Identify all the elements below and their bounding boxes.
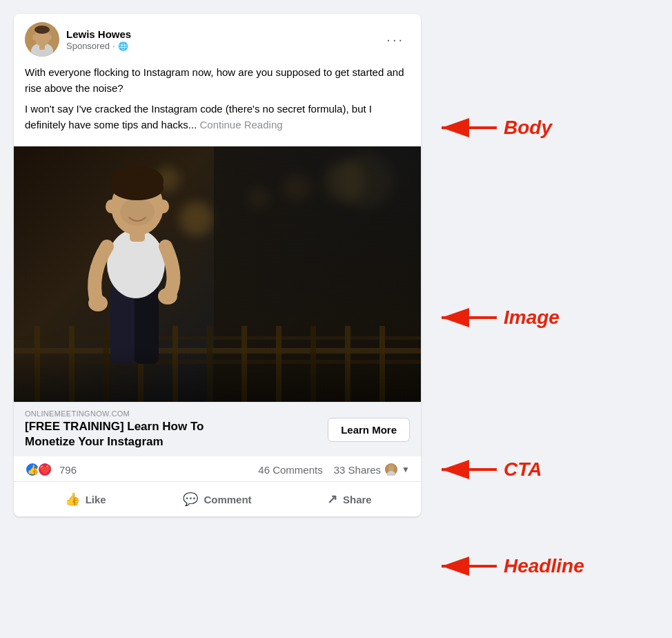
post-text-paragraph1: With everyone flocking to Instagram now,… xyxy=(25,65,410,96)
headline-annotation: Headline xyxy=(435,539,584,594)
outer-wrapper: Lewis Howes Sponsored · 🌐 ··· With every… xyxy=(14,14,669,635)
cta-block: ONLINEMEETINGNOW.COM [FREE TRAINING] Lea… xyxy=(14,402,421,456)
globe-icon: 🌐 xyxy=(118,41,128,51)
like-icon: 👍 xyxy=(65,492,80,507)
reactions-right: 46 Comments 33 Shares ▼ xyxy=(258,462,410,477)
reactions-left: 👍 ❤️ 796 xyxy=(25,462,77,477)
svg-point-17 xyxy=(158,200,169,213)
svg-point-6 xyxy=(48,35,52,40)
svg-point-10 xyxy=(88,295,108,311)
svg-point-16 xyxy=(106,200,117,213)
reactions-row: 👍 ❤️ 796 46 Comments 33 Shares xyxy=(14,456,421,482)
image-label: Image xyxy=(504,307,560,329)
body-label: Body xyxy=(504,117,552,139)
shares-count[interactable]: 33 Shares xyxy=(334,464,381,476)
more-options-button[interactable]: ··· xyxy=(381,30,410,49)
share-icon: ↗ xyxy=(327,492,337,507)
comment-label: Comment xyxy=(204,494,251,505)
image-annotation: Image xyxy=(435,290,560,345)
post-image xyxy=(14,146,421,402)
share-label: Share xyxy=(343,494,372,505)
reactions-count[interactable]: 796 xyxy=(59,464,77,476)
name-block: Lewis Howes Sponsored · 🌐 xyxy=(66,28,131,52)
card-body: With everyone flocking to Instagram now,… xyxy=(14,62,421,146)
action-row: 👍 Like 💬 Comment ↗ Share xyxy=(14,482,421,516)
avatar xyxy=(25,22,59,57)
post-text-prefix: I won't say I've cracked the Instagram c… xyxy=(25,103,372,130)
cta-domain: ONLINEMEETINGNOW.COM xyxy=(25,409,319,418)
reaction-icons: 👍 ❤️ xyxy=(25,462,50,477)
sponsored-label: Sponsored xyxy=(66,41,110,51)
headline-arrow xyxy=(435,539,504,594)
body-arrow xyxy=(435,110,504,145)
cta-arrow xyxy=(435,442,504,497)
facebook-ad-card: Lewis Howes Sponsored · 🌐 ··· With every… xyxy=(14,14,421,516)
like-label: Like xyxy=(86,494,106,505)
shares-area: 33 Shares ▼ xyxy=(334,462,410,477)
comments-count[interactable]: 46 Comments xyxy=(258,464,322,476)
sponsored-row: Sponsored · 🌐 xyxy=(66,41,131,51)
chevron-down-icon[interactable]: ▼ xyxy=(402,465,410,474)
learn-more-button[interactable]: Learn More xyxy=(328,418,410,442)
cta-text-block: ONLINEMEETINGNOW.COM [FREE TRAINING] Lea… xyxy=(25,409,319,450)
card-header: Lewis Howes Sponsored · 🌐 ··· xyxy=(14,14,421,62)
header-left: Lewis Howes Sponsored · 🌐 xyxy=(25,22,131,57)
annotations-panel: Body Image xyxy=(435,14,669,635)
svg-point-15 xyxy=(111,175,164,200)
heart-reaction-icon: ❤️ xyxy=(37,462,52,477)
cta-label: CTA xyxy=(504,458,542,481)
headline-label: Headline xyxy=(504,555,584,577)
cta-annotation: CTA xyxy=(435,442,542,497)
image-scene xyxy=(14,146,421,402)
svg-point-11 xyxy=(158,288,177,304)
svg-point-4 xyxy=(34,26,50,34)
comment-button[interactable]: 💬 Comment xyxy=(151,485,283,514)
person-figure xyxy=(62,150,200,364)
post-text-paragraph2: I won't say I've cracked the Instagram c… xyxy=(25,102,410,133)
cta-headline: [FREE TRAINING] Learn How To Monetize Yo… xyxy=(25,419,253,450)
image-arrow xyxy=(435,290,504,345)
shares-mini-avatar xyxy=(384,462,399,477)
continue-reading-link[interactable]: Continue Reading xyxy=(199,119,282,130)
like-button[interactable]: 👍 Like xyxy=(19,485,151,514)
body-annotation: Body xyxy=(435,110,552,145)
comment-icon: 💬 xyxy=(183,492,198,507)
svg-point-20 xyxy=(388,465,394,472)
svg-point-5 xyxy=(32,35,37,40)
separator: · xyxy=(112,41,115,51)
author-name: Lewis Howes xyxy=(66,28,131,41)
share-button[interactable]: ↗ Share xyxy=(284,485,415,514)
